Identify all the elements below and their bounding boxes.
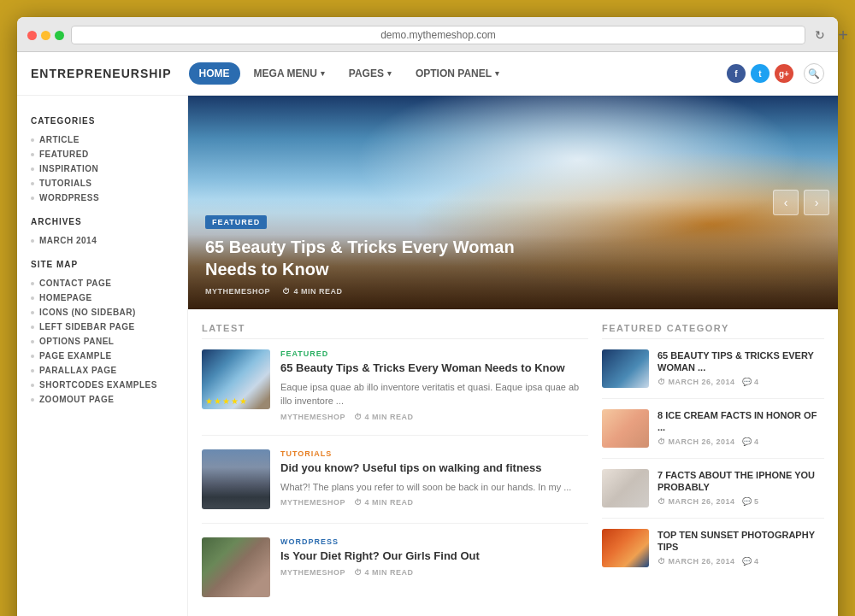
fc-date: ⏱ MARCH 26, 2014 <box>657 378 735 386</box>
search-button[interactable]: 🔍 <box>804 63 824 84</box>
post-category: WORDPRESS <box>280 537 588 546</box>
fc-meta: ⏱ MARCH 26, 2014 💬 5 <box>657 497 824 506</box>
post-thumbnail <box>202 537 270 597</box>
post-read-time: ⏱ 4 MIN READ <box>354 413 414 421</box>
bullet-icon <box>31 369 34 373</box>
nav-option-panel[interactable]: OPTION PANEL ▾ <box>405 62 510 85</box>
minimize-dot[interactable] <box>41 31 50 40</box>
latest-section-label: LATEST <box>202 323 588 339</box>
sidebar-item-options-panel[interactable]: OPTIONS PANEL <box>31 334 174 349</box>
post-stars: ★ ★ ★ ★ ★ <box>205 396 247 406</box>
categories-label: CATEGORIES <box>31 116 174 126</box>
site-logo: ENTREPRENEURSHIP <box>31 67 172 80</box>
post-meta: MYTHEMESHOP ⏱ 4 MIN READ <box>280 498 588 507</box>
sidebar-item-wordpress[interactable]: WORDPRESS <box>31 191 174 205</box>
sidebar-item-march2014[interactable]: MARCH 2014 <box>31 233 174 248</box>
content-area: FEATURED 65 Beauty Tips & Tricks Every W… <box>188 96 838 616</box>
site-wrapper: ENTREPRENEURSHIP HOME MEGA MENU ▾ PAGES … <box>17 52 838 616</box>
fc-meta: ⏱ MARCH 26, 2014 💬 4 <box>657 557 824 566</box>
fc-title[interactable]: 7 FACTS ABOUT THE IPHONE YOU PROBABLY <box>657 469 824 494</box>
bullet-icon <box>31 326 34 329</box>
fc-title[interactable]: TOP TEN SUNSET PHOTOGRAPHY TIPS <box>657 529 824 554</box>
sidebar-item-shortcodes[interactable]: SHORTCODES EXAMPLES <box>31 378 174 392</box>
url-bar[interactable]: demo.mythemeshop.com <box>71 26 805 44</box>
nav-pages[interactable]: PAGES ▾ <box>339 62 402 85</box>
fc-meta: ⏱ MARCH 26, 2014 💬 4 <box>657 378 824 386</box>
facebook-icon[interactable]: f <box>727 64 746 83</box>
gplus-icon[interactable]: g+ <box>775 64 793 83</box>
fc-thumbnail <box>602 349 649 388</box>
fc-content: 8 ICE CREAM FACTS IN HONOR OF ... ⏱ MARC… <box>657 409 824 446</box>
post-meta: MYTHEMESHOP ⏱ 4 MIN READ <box>280 568 588 577</box>
post-title[interactable]: Did you know? Useful tips on walking and… <box>280 461 588 476</box>
bullet-icon <box>31 311 34 314</box>
fc-comments: 💬 4 <box>742 557 759 566</box>
latest-posts: LATEST ★ ★ ★ ★ ★ <box>202 323 588 616</box>
sidebar: CATEGORIES ARTICLE FEATURED INSPIRATION … <box>17 96 188 616</box>
bullet-icon <box>31 167 34 171</box>
browser-chrome: demo.mythemeshop.com ↻ + <box>17 17 838 52</box>
fc-title[interactable]: 8 ICE CREAM FACTS IN HONOR OF ... <box>657 409 824 434</box>
sidebar-item-icons[interactable]: ICONS (NO SIDEBAR) <box>31 305 174 320</box>
sidebar-item-featured[interactable]: FEATURED <box>31 147 174 161</box>
post-read-time: ⏱ 4 MIN READ <box>354 498 414 507</box>
site-nav: HOME MEGA MENU ▾ PAGES ▾ OPTION PANEL ▾ <box>189 62 710 85</box>
post-excerpt: Eaque ipsa quae ab illo inventore verita… <box>280 380 588 408</box>
hero-meta: MYTHEMESHOP ⏱ 4 MIN READ <box>205 287 821 296</box>
maximize-dot[interactable] <box>55 31 64 40</box>
sidebar-item-left-sidebar[interactable]: LEFT SIDEBAR PAGE <box>31 320 174 334</box>
browser-window: demo.mythemeshop.com ↻ + ENTREPRENEURSHI… <box>17 17 838 616</box>
post-category: TUTORIALS <box>280 449 588 458</box>
post-category: FEATURED <box>280 349 588 358</box>
sidebar-item-page-example[interactable]: PAGE EXAMPLE <box>31 349 174 363</box>
fc-date: ⏱ MARCH 26, 2014 <box>657 557 735 566</box>
nav-mega-menu[interactable]: MEGA MENU ▾ <box>244 62 335 85</box>
sidebar-item-tutorials[interactable]: TUTORIALS <box>31 176 174 191</box>
social-icons: f t g+ 🔍 <box>727 63 824 84</box>
fc-content: 65 BEAUTY TIPS & TRICKS EVERY WOMAN ... … <box>657 349 824 386</box>
fc-item: 65 BEAUTY TIPS & TRICKS EVERY WOMAN ... … <box>602 349 824 399</box>
post-item: TUTORIALS Did you know? Useful tips on w… <box>202 449 588 524</box>
bullet-icon <box>31 384 34 387</box>
bullet-icon <box>31 355 34 358</box>
bullet-icon <box>31 398 34 402</box>
post-item: WORDPRESS Is Your Diet Right? Our Girls … <box>202 537 588 611</box>
post-content: TUTORIALS Did you know? Useful tips on w… <box>280 449 588 509</box>
nav-home[interactable]: HOME <box>189 62 240 85</box>
slider-next-button[interactable]: › <box>804 190 829 215</box>
fc-thumbnail <box>602 409 649 448</box>
fc-content: 7 FACTS ABOUT THE IPHONE YOU PROBABLY ⏱ … <box>657 469 824 506</box>
sitemap-label: SITE MAP <box>31 260 174 269</box>
bullet-icon <box>31 282 34 285</box>
bullet-icon <box>31 153 34 156</box>
post-excerpt: What?! The plans you refer to will soon … <box>280 480 588 495</box>
sidebar-item-article[interactable]: ARTICLE <box>31 132 174 147</box>
fc-comments: 💬 4 <box>742 378 759 386</box>
hero-title[interactable]: 65 Beauty Tips & Tricks Every Woman Need… <box>205 236 564 280</box>
sidebar-item-contact[interactable]: CONTACT PAGE <box>31 276 174 290</box>
slider-prev-button[interactable]: ‹ <box>773 190 799 215</box>
fc-thumbnail <box>602 469 649 507</box>
refresh-button[interactable]: ↻ <box>812 27 828 43</box>
hero-overlay: FEATURED 65 Beauty Tips & Tricks Every W… <box>188 199 838 309</box>
sidebar-item-zoomout[interactable]: ZOOMOUT PAGE <box>31 392 174 407</box>
post-meta: MYTHEMESHOP ⏱ 4 MIN READ <box>280 413 588 421</box>
post-title[interactable]: Is Your Diet Right? Our Girls Find Out <box>280 549 588 564</box>
close-dot[interactable] <box>27 31 37 40</box>
sidebar-item-homepage[interactable]: HOMEPAGE <box>31 290 174 305</box>
sidebar-item-parallax[interactable]: PARALLAX PAGE <box>31 363 174 378</box>
chevron-down-icon: ▾ <box>495 69 499 78</box>
post-title[interactable]: 65 Beauty Tips & Tricks Every Woman Need… <box>280 361 588 376</box>
post-content: FEATURED 65 Beauty Tips & Tricks Every W… <box>280 349 588 421</box>
fc-item: TOP TEN SUNSET PHOTOGRAPHY TIPS ⏱ MARCH … <box>602 529 824 578</box>
fc-title[interactable]: 65 BEAUTY TIPS & TRICKS EVERY WOMAN ... <box>657 349 824 374</box>
sidebar-item-inspiration[interactable]: INSPIRATION <box>31 161 174 176</box>
browser-dots <box>27 31 64 40</box>
fc-comments: 💬 4 <box>742 437 759 446</box>
post-read-time: ⏱ 4 MIN READ <box>354 568 414 577</box>
fc-content: TOP TEN SUNSET PHOTOGRAPHY TIPS ⏱ MARCH … <box>657 529 824 566</box>
featured-category: FEATURED CATEGORY 65 BEAUTY TIPS & TRICK… <box>602 323 824 616</box>
fc-item: 8 ICE CREAM FACTS IN HONOR OF ... ⏱ MARC… <box>602 409 824 459</box>
twitter-icon[interactable]: t <box>751 64 770 83</box>
bullet-icon <box>31 340 34 343</box>
